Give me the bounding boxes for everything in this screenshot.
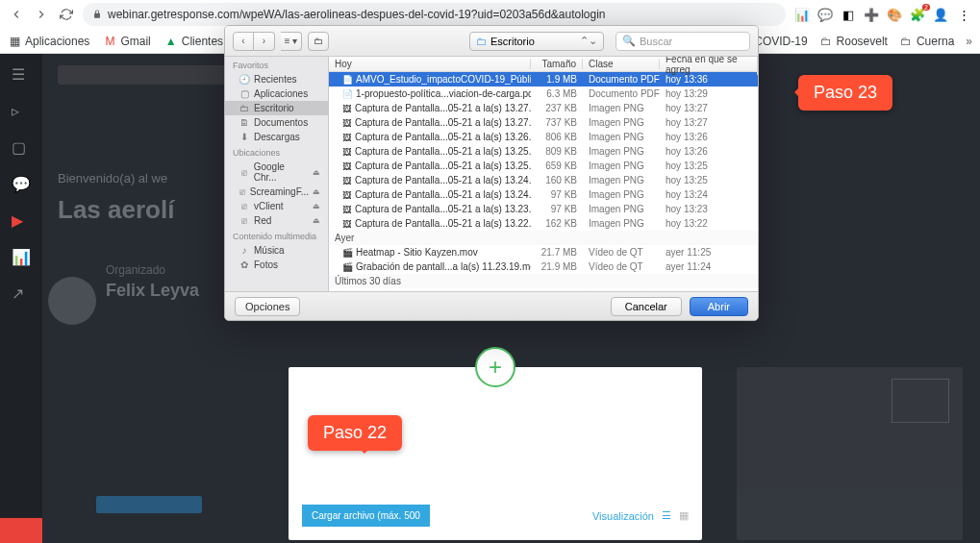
view-list-button[interactable]: ≡ ▾ [281, 32, 302, 51]
file-size: 1.9 MB [531, 74, 583, 85]
file-row[interactable]: 🎬Grabación de pantall...a la(s) 11.23.19… [329, 259, 758, 274]
reload-button[interactable] [58, 6, 75, 23]
search-input[interactable]: 🔍 Buscar [616, 32, 750, 51]
file-open-dialog: ‹ › ≡ ▾ 🗀 🗀 Escritorio ⌃⌄ 🔍 Buscar Favor… [224, 25, 759, 321]
add-icon[interactable]: + [475, 347, 515, 387]
file-row[interactable]: 🎬Heatmap - Sitio Kayzen.mov21.7 MBVídeo … [329, 245, 758, 259]
file-size: 160 KB [531, 175, 583, 185]
grid-view-icon[interactable]: ▦ [679, 509, 689, 522]
upload-file-button[interactable]: Cargar archivo (máx. 500 [302, 505, 430, 527]
sidebar-item[interactable]: ⎚ScreamingF...⏏ [225, 185, 328, 199]
file-list-header[interactable]: Hoy Tamaño Clase Fecha en que se agreg [329, 57, 758, 72]
file-row[interactable]: 🖼Captura de Pantalla...05-21 a la(s) 13.… [329, 187, 758, 202]
file-date: hoy 13:24 [660, 189, 758, 200]
eject-icon[interactable]: ⏏ [313, 202, 320, 210]
sidebar-item[interactable]: ⎚vClient⏏ [225, 199, 328, 213]
file-icon: 🖼 [342, 147, 351, 157]
nav-back-button[interactable]: ‹ [233, 32, 254, 51]
cancel-button[interactable]: Cancelar [611, 297, 682, 316]
dialog-sidebar: Favoritos 🕘Recientes▢Aplicaciones🗀Escrit… [225, 57, 329, 291]
roosevelt-folder[interactable]: 🗀Roosevelt [819, 35, 888, 48]
file-row[interactable]: 🖼Captura de Pantalla...05-21 a la(s) 13.… [329, 130, 758, 144]
bg-blue-button[interactable] [96, 496, 202, 513]
file-row[interactable]: 🖼Captura de Pantalla...05-21 a la(s) 13.… [329, 216, 758, 231]
col-kind[interactable]: Clase [583, 59, 660, 69]
location-select[interactable]: 🗀 Escritorio ⌃⌄ [469, 32, 604, 51]
ext-icon-3[interactable]: ◧ [840, 6, 857, 23]
sidebar-item[interactable]: ⬇Descargas [225, 130, 328, 144]
file-name: Captura de Pantalla...05-21 a la(s) 13.2… [355, 204, 531, 214]
sidebar-menu-icon[interactable]: ☰ [12, 65, 31, 85]
sidebar-item-icon: ⬇ [239, 132, 250, 142]
overflow-icon[interactable]: » [966, 35, 972, 48]
file-row[interactable]: 🖼Captura de Pantalla...05-21 a la(s) 13.… [329, 101, 758, 115]
menu-icon[interactable]: ⋮ [955, 6, 972, 23]
file-size: 97 KB [531, 204, 583, 214]
eject-icon[interactable]: ⏏ [313, 168, 320, 177]
file-row[interactable]: 🖼Captura de Pantalla...05-21 a la(s) 13.… [329, 159, 758, 173]
file-row[interactable]: 📄1-propuesto-política...viacion-de-carga… [329, 86, 758, 101]
file-name: Captura de Pantalla...05-21 a la(s) 13.2… [355, 117, 531, 128]
sidebar-youtube-icon[interactable]: ▶ [12, 211, 31, 231]
sidebar-item[interactable]: ▢Aplicaciones [225, 86, 328, 101]
gmail-bookmark[interactable]: MGmail [103, 35, 150, 48]
getresponse-logo [58, 65, 231, 85]
back-button[interactable] [8, 6, 25, 23]
list-view-icon[interactable]: ☰ [662, 509, 671, 522]
sidebar-video-icon[interactable]: ▹ [12, 102, 31, 121]
sidebar-poll-icon[interactable]: 📊 [12, 248, 31, 267]
col-date[interactable]: Fecha en que se agreg [660, 57, 758, 75]
file-size: 162 KB [531, 218, 583, 229]
file-date: hoy 13:36 [660, 74, 758, 85]
sidebar-item-label: Fotos [254, 259, 278, 270]
eject-icon[interactable]: ⏏ [313, 187, 320, 196]
sidebar-item-icon: ✿ [239, 259, 250, 270]
sidebar-chat-icon[interactable]: 💬 [12, 175, 31, 194]
ext-icon-6[interactable]: 🧩2 [909, 6, 926, 23]
eject-icon[interactable]: ⏏ [313, 216, 320, 225]
file-date: ayer 11:24 [660, 261, 758, 272]
sidebar-item[interactable]: ♪Música [225, 243, 328, 258]
file-icon: 🎬 [342, 248, 352, 258]
file-row[interactable]: 🖼Captura de Pantalla...05-21 a la(s) 13.… [329, 173, 758, 187]
file-size: 809 KB [531, 146, 583, 157]
sidebar-item-icon: 🕘 [239, 74, 250, 85]
file-row[interactable]: 🖼Captura de Pantalla...05-21 a la(s) 13.… [329, 115, 758, 130]
sidebar-share-icon[interactable]: ↗ [12, 284, 31, 304]
options-button[interactable]: Opciones [235, 297, 300, 316]
col-size[interactable]: Tamaño [531, 59, 583, 69]
file-name: Captura de Pantalla...05-21 a la(s) 13.2… [355, 132, 531, 142]
file-row[interactable]: 🖼Captura de Pantalla...05-21 a la(s) 13.… [329, 144, 758, 159]
welcome-text: Bienvenido(a) al we [58, 171, 231, 185]
ext-icon-1[interactable]: 📊 [793, 6, 811, 23]
sidebar-whiteboard-icon[interactable]: ▢ [12, 138, 31, 158]
file-row[interactable]: 📄1192103042.PDF12 KBDocumento PDF12 may … [329, 288, 758, 289]
sidebar-item[interactable]: 🕘Recientes [225, 72, 328, 86]
file-row[interactable]: 📄AMVO_Estudio_impactoCOVID-19_Pública-1.… [329, 72, 758, 86]
right-panel [737, 367, 963, 540]
ext-icon-4[interactable]: ➕ [863, 6, 880, 23]
dialog-toolbar: ‹ › ≡ ▾ 🗀 🗀 Escritorio ⌃⌄ 🔍 Buscar [225, 26, 758, 57]
apps-icon: ▦ [8, 35, 21, 48]
ext-icon-5[interactable]: 🎨 [886, 6, 903, 23]
avatar-icon[interactable]: 👤 [932, 6, 949, 23]
file-size: 659 KB [531, 160, 583, 171]
file-row[interactable]: 🖼Captura de Pantalla...05-21 a la(s) 13.… [329, 202, 758, 216]
group-button[interactable]: 🗀 [308, 32, 329, 51]
media-section: Contenido multimedia [225, 228, 328, 243]
sidebar-item[interactable]: 🗎Documentos [225, 115, 328, 130]
cuerna-folder[interactable]: 🗀Cuerna [899, 35, 954, 48]
url-bar[interactable]: webinar.getresponse.com/wpeWA/las-aeroli… [83, 3, 786, 26]
sidebar-item[interactable]: 🗀Escritorio [225, 101, 328, 115]
open-button[interactable]: Abrir [690, 297, 748, 316]
forward-button[interactable] [33, 6, 50, 23]
sidebar-item[interactable]: ⎚Google Chr...⏏ [225, 160, 328, 185]
ext-icon-2[interactable]: 💬 [817, 6, 834, 23]
sidebar-item-icon: 🗎 [239, 117, 250, 128]
apps-bookmark[interactable]: ▦Aplicaciones [8, 35, 89, 48]
sidebar-item[interactable]: ⎚Red⏏ [225, 213, 328, 228]
sidebar-item-label: Google Chr... [254, 161, 309, 183]
col-name[interactable]: Hoy [329, 59, 531, 69]
nav-fwd-button[interactable]: › [254, 32, 275, 51]
sidebar-item[interactable]: ✿Fotos [225, 258, 328, 272]
